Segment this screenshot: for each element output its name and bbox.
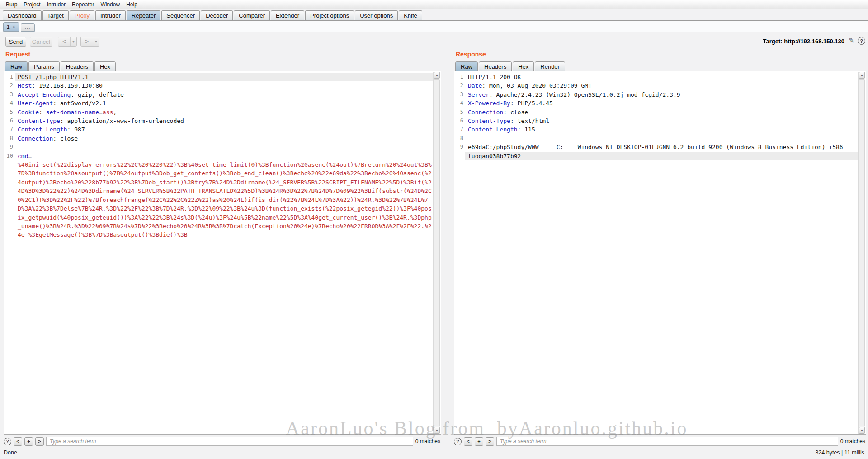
- help-icon[interactable]: ?: [858, 37, 865, 45]
- scrollbar-thumb[interactable]: [434, 79, 440, 426]
- response-editor-tabs: Raw Headers Hex Render: [455, 60, 566, 71]
- response-editor-lines: 1HTTP/1.1 200 OK2Date: Mon, 03 Aug 2020 …: [454, 73, 858, 160]
- line-number: 2: [454, 81, 465, 90]
- menu-repeater[interactable]: Repeater: [69, 0, 97, 9]
- menu-intruder[interactable]: Intruder: [44, 0, 69, 9]
- target-url: Target: http://192.168.150.130: [763, 38, 844, 45]
- tab-target[interactable]: Target: [42, 10, 69, 20]
- line-number: 1: [454, 73, 465, 81]
- menu-burp[interactable]: Burp: [3, 0, 20, 9]
- search-prev-button[interactable]: <: [14, 437, 22, 446]
- tab-sequencer[interactable]: Sequencer: [161, 10, 200, 20]
- send-button[interactable]: Send: [5, 37, 26, 47]
- history-forward-button[interactable]: > ▼: [80, 37, 99, 47]
- code-line: 9: [4, 143, 433, 151]
- search-next-button[interactable]: >: [486, 437, 494, 446]
- response-tab-headers[interactable]: Headers: [479, 61, 512, 71]
- code-line: 5Connection: close: [454, 108, 858, 117]
- line-text: %40ini_set(%22display_errors%22%2C%20%22…: [15, 160, 433, 239]
- search-options-button[interactable]: +: [24, 437, 33, 446]
- request-editor[interactable]: 1POST /1.php HTTP/1.12Host: 192.168.150.…: [4, 71, 441, 435]
- scrollbar-thumb[interactable]: [859, 79, 865, 426]
- chevron-down-icon[interactable]: ▼: [93, 37, 99, 46]
- request-tab-params[interactable]: Params: [28, 61, 60, 71]
- line-number: 5: [4, 108, 15, 117]
- close-icon[interactable]: ×: [13, 24, 15, 29]
- response-tab-render[interactable]: Render: [535, 61, 565, 71]
- line-number: 2: [4, 81, 15, 90]
- code-line: 8Connection: close: [4, 134, 433, 143]
- line-number: 9: [454, 143, 465, 151]
- request-panel: Request Raw Params Headers Hex 1POST /1.…: [4, 50, 441, 447]
- response-editor[interactable]: 1HTTP/1.1 200 OK2Date: Mon, 03 Aug 2020 …: [454, 71, 866, 435]
- line-number: 7: [4, 125, 15, 134]
- search-input[interactable]: [46, 437, 413, 446]
- menu-help[interactable]: Help: [123, 0, 141, 9]
- help-icon[interactable]: ?: [4, 438, 11, 445]
- tab-comparer[interactable]: Comparer: [234, 10, 270, 20]
- line-text: cmd=: [15, 152, 433, 160]
- scroll-up-icon[interactable]: ▲: [434, 72, 440, 79]
- request-tab-headers[interactable]: Headers: [61, 61, 94, 71]
- line-number: 4: [4, 99, 15, 108]
- scroll-up-icon[interactable]: ▲: [859, 72, 865, 79]
- response-scrollbar[interactable]: ▲ ▼: [858, 72, 865, 434]
- match-count: 0 matches: [840, 438, 866, 445]
- line-text: User-Agent: antSword/v2.1: [15, 99, 433, 108]
- repeater-tab-more[interactable]: ...: [21, 23, 35, 32]
- menu-bar: Burp Project Intruder Repeater Window He…: [0, 0, 868, 9]
- response-tab-hex[interactable]: Hex: [513, 61, 534, 71]
- line-text: X-Powered-By: PHP/5.4.45: [465, 99, 858, 108]
- edit-target-pencil-icon[interactable]: ✎: [848, 36, 855, 45]
- burp-repeater-window: Burp Project Intruder Repeater Window He…: [0, 0, 868, 459]
- back-arrow-icon: <: [58, 37, 70, 46]
- response-search-bar: ? < + > 0 matches: [454, 436, 866, 447]
- line-text: luogan038b77b92: [465, 152, 858, 160]
- tab-repeater[interactable]: Repeater: [127, 10, 160, 20]
- request-editor-tabs: Raw Params Headers Hex: [5, 60, 117, 71]
- help-icon[interactable]: ?: [454, 438, 462, 445]
- request-title: Request: [5, 51, 30, 58]
- line-number: 5: [454, 108, 465, 117]
- tab-project-options[interactable]: Project options: [305, 10, 354, 20]
- tab-knife[interactable]: Knife: [399, 10, 422, 20]
- request-scrollbar[interactable]: ▲ ▼: [433, 72, 440, 434]
- line-text: e69daC:/phpStudy/WWW C: Windows NT DESKT…: [465, 143, 858, 151]
- search-prev-button[interactable]: <: [464, 437, 472, 446]
- history-back-button[interactable]: < ▼: [58, 37, 77, 47]
- line-number: 4: [454, 99, 465, 108]
- line-number: 6: [4, 117, 15, 125]
- line-number: 3: [454, 90, 465, 99]
- code-line: 5Cookie: set-domain-name=ass;: [4, 108, 433, 117]
- line-text: Content-Length: 115: [465, 125, 858, 134]
- line-text: POST /1.php HTTP/1.1: [15, 73, 433, 81]
- code-line: 4X-Powered-By: PHP/5.4.45: [454, 99, 858, 108]
- tab-extender[interactable]: Extender: [271, 10, 304, 20]
- tab-user-options[interactable]: User options: [355, 10, 398, 20]
- code-line: 6Content-Type: application/x-www-form-ur…: [4, 117, 433, 125]
- response-tab-raw[interactable]: Raw: [455, 61, 478, 71]
- code-line: 3Accept-Encoding: gzip, deflate: [4, 90, 433, 99]
- tab-decoder[interactable]: Decoder: [201, 10, 233, 20]
- menu-project[interactable]: Project: [20, 0, 43, 9]
- main-tab-bar: Dashboard Target Proxy Intruder Repeater…: [0, 9, 868, 21]
- line-number: [4, 160, 15, 239]
- tab-dashboard[interactable]: Dashboard: [3, 10, 42, 20]
- repeater-subtab-bar: 1 × ...: [0, 21, 868, 32]
- request-editor-lines: 1POST /1.php HTTP/1.12Host: 192.168.150.…: [4, 73, 433, 239]
- search-next-button[interactable]: >: [35, 437, 44, 446]
- scroll-down-icon[interactable]: ▼: [434, 427, 440, 434]
- code-line: 1POST /1.php HTTP/1.1: [4, 73, 433, 81]
- code-line: 8: [454, 134, 858, 143]
- request-tab-hex[interactable]: Hex: [94, 61, 116, 71]
- search-options-button[interactable]: +: [475, 437, 483, 446]
- line-number: 7: [454, 125, 465, 134]
- tab-intruder[interactable]: Intruder: [95, 10, 126, 20]
- scroll-down-icon[interactable]: ▼: [859, 427, 865, 434]
- request-tab-raw[interactable]: Raw: [5, 61, 28, 71]
- repeater-tab-1[interactable]: 1 ×: [3, 22, 19, 32]
- search-input[interactable]: [496, 437, 838, 446]
- menu-window[interactable]: Window: [97, 0, 123, 9]
- chevron-down-icon[interactable]: ▼: [70, 37, 76, 46]
- tab-proxy[interactable]: Proxy: [70, 10, 94, 20]
